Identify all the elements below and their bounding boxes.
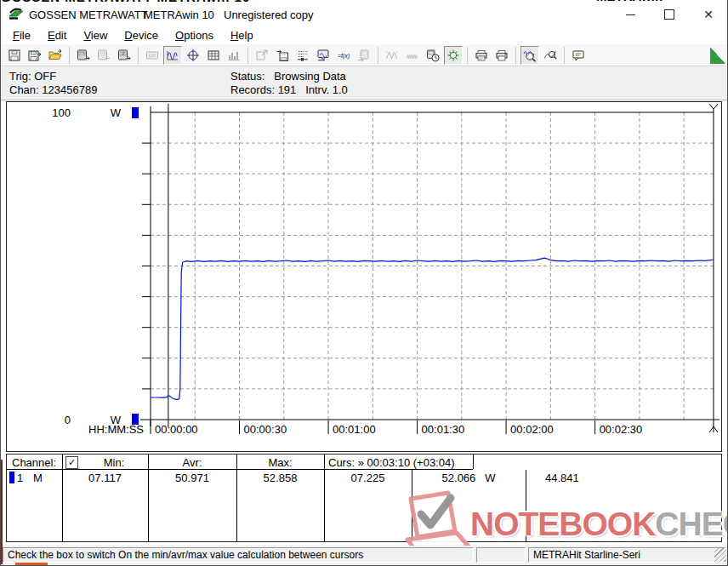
channel-mode: M: [33, 472, 43, 484]
print-icon: [495, 49, 509, 62]
dense-wave-icon: [406, 49, 419, 62]
monitor-button[interactable]: [314, 46, 333, 65]
menu-view[interactable]: View: [75, 27, 116, 43]
max-column-header: Max:: [236, 456, 324, 469]
device-clear-button: 123: [94, 46, 113, 65]
channel-marker-top: [132, 107, 139, 118]
cursor1-value: 07.225: [324, 472, 412, 484]
cursor-2-top-marker: [709, 104, 718, 109]
title-license-text: Unregistered copy: [224, 9, 314, 21]
toolbar-separator: [515, 47, 516, 64]
minmax-checkbox[interactable]: ✓: [65, 456, 78, 469]
svg-text:123: 123: [80, 52, 85, 55]
device-read-button[interactable]: 123: [74, 46, 93, 65]
x-tick-label: 00:02:00: [510, 423, 554, 436]
timer-button[interactable]: [424, 46, 442, 65]
x-tick-label: 00:00:00: [155, 423, 198, 436]
save-icon: [8, 49, 21, 62]
table-display-icon: [207, 49, 220, 62]
print-preview-icon: [475, 49, 488, 62]
menu-file[interactable]: File: [4, 27, 39, 43]
statusbar-hint: Check the box to switch On the min/avr/m…: [3, 547, 474, 563]
svg-text:=f(x): =f(x): [338, 53, 350, 60]
toolbar-separator: [247, 47, 248, 64]
resize-grip[interactable]: [714, 548, 726, 562]
avr-column-header: Avr:: [148, 456, 236, 469]
svg-text:1257: 1257: [148, 53, 157, 57]
annotation-button[interactable]: [569, 46, 588, 65]
toolbar: 123123M1257=f(x): [1, 44, 727, 66]
zoom-curve-button[interactable]: [541, 46, 560, 65]
metrawin-window: GOSSEN METRAWATT METRAwin 10 METRAwin GO…: [0, 0, 728, 566]
maximize-button[interactable]: [657, 4, 682, 25]
max-value: 52.858: [236, 472, 324, 484]
x-tick-label: 00:00:30: [244, 423, 287, 436]
cursor-display-icon: [186, 49, 200, 62]
menu-help[interactable]: Help: [222, 27, 262, 43]
delta-value: 44.841: [545, 472, 579, 484]
statusbar-empty-panel: [476, 547, 526, 563]
minimize-button[interactable]: [617, 4, 643, 25]
device-read-icon: 123: [77, 49, 90, 62]
toolbar-separator: [69, 47, 70, 64]
device-send-button: [355, 46, 373, 65]
numeric-display-button: 1257: [143, 46, 162, 65]
background-artifact-left: [1, 460, 3, 564]
formula-button[interactable]: =f(x): [334, 46, 353, 65]
close-button[interactable]: ✕: [696, 4, 721, 25]
export-button: [253, 46, 271, 65]
menu-edit[interactable]: Edit: [39, 27, 75, 43]
device-memory-button[interactable]: M: [115, 46, 134, 65]
channel-1-color-marker: [9, 472, 14, 483]
power-chart[interactable]: 00:00:0000:00:3000:01:0000:01:3000:02:00…: [7, 102, 721, 451]
store-data-icon: [276, 49, 289, 62]
store-data-button[interactable]: [273, 46, 292, 65]
svg-text:M: M: [122, 51, 125, 55]
print-button[interactable]: [492, 46, 511, 65]
header-divider: [7, 469, 473, 470]
save-as-icon: [28, 49, 42, 62]
title-product-name: METRAwin 10: [144, 9, 214, 21]
cursor-column-header: Curs: » 00:03:10 (+03:04): [328, 456, 455, 469]
minimize-icon: [626, 14, 635, 15]
table-display-button[interactable]: [204, 46, 223, 65]
formula-icon: =f(x): [337, 49, 350, 62]
bar-display-button: [225, 46, 243, 65]
table-divider: [148, 455, 149, 541]
values-table: Channel: ✓ Min: Avr: Max: Curs: » 00:03:…: [6, 454, 722, 542]
trigger-icon: [446, 49, 460, 62]
zoom-wave-icon: [523, 49, 537, 62]
menu-options[interactable]: Options: [167, 27, 222, 43]
dense-wave-button: [403, 46, 422, 65]
save-as-button[interactable]: [26, 46, 44, 65]
zoom-wave-button[interactable]: [520, 46, 539, 65]
status-bar: Check the box to switch On the min/avr/m…: [1, 546, 727, 566]
toolbar-separator: [467, 47, 468, 64]
chart-panel[interactable]: 00:00:0000:00:3000:01:0000:01:3000:02:00…: [6, 101, 722, 452]
print-preview-button[interactable]: [472, 46, 491, 65]
menu-device[interactable]: Device: [116, 27, 167, 43]
toolbar-separator: [564, 47, 565, 64]
acquisition-status: Status: Browsing Data: [230, 70, 346, 83]
cursor2-value: 52.066 W: [412, 472, 526, 484]
analog-wave-button: [383, 46, 401, 65]
trigger-status: Trig: OFF: [9, 70, 56, 83]
records-count: Records: 191 Intrv. 1.0: [230, 83, 348, 96]
table-divider: [473, 455, 474, 469]
toolbar-corner-triangle-icon: [710, 47, 725, 64]
toolbar-separator: [138, 47, 139, 64]
open-file-button[interactable]: [46, 46, 65, 65]
chart-display-button[interactable]: [163, 46, 182, 65]
title-app-name: GOSSEN METRAWATT: [29, 9, 148, 21]
x-tick-label: 00:01:00: [333, 423, 376, 436]
channel-config-button[interactable]: [293, 46, 312, 65]
cursor-display-button[interactable]: [184, 46, 202, 65]
trigger-button[interactable]: [444, 46, 463, 65]
title-bar: GOSSEN METRAWATT METRAwin 10 Unregistere…: [1, 4, 727, 26]
annotation-icon: [572, 49, 585, 62]
channel-number: 1: [17, 472, 23, 484]
save-button[interactable]: [5, 46, 24, 65]
channel-column-header: Channel:: [12, 456, 56, 469]
numeric-display-icon: 1257: [145, 49, 159, 62]
menu-bar: FileEditViewDeviceOptionsHelp: [1, 26, 727, 44]
